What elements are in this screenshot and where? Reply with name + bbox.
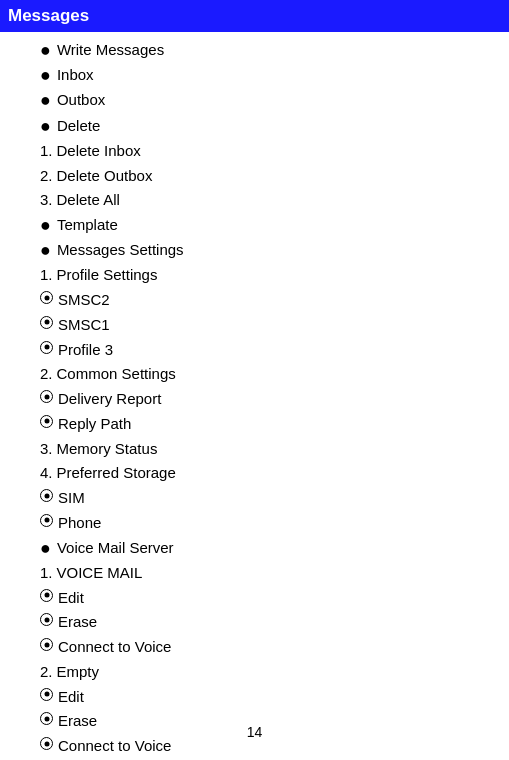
list-item: SMSC2	[40, 288, 489, 313]
list-item: Connect to Voice	[40, 635, 489, 660]
item-number: 3.	[40, 437, 53, 462]
list-item: 2.Empty	[40, 660, 489, 685]
list-item: ●Delete	[40, 114, 489, 139]
item-text: Template	[57, 213, 118, 238]
bullet-icon: ●	[40, 114, 51, 139]
item-text: Delete Inbox	[57, 139, 141, 164]
item-text: Connect to Voice	[58, 635, 171, 660]
list-item: ●Outbox	[40, 88, 489, 113]
list-item: Edit	[40, 685, 489, 710]
item-text: Delete All	[57, 188, 120, 213]
footer: 14	[0, 724, 509, 740]
item-text: Voice Mail Server	[57, 536, 174, 561]
radio-icon	[40, 415, 53, 428]
item-text: Messages Settings	[57, 238, 184, 263]
list-item: Phone	[40, 511, 489, 536]
list-item: SIM	[40, 486, 489, 511]
item-text: SIM	[58, 486, 85, 511]
item-text: SMSC1	[58, 313, 110, 338]
item-text: Profile 3	[58, 338, 113, 363]
radio-icon	[40, 341, 53, 354]
header: Messages	[0, 0, 509, 32]
radio-icon	[40, 316, 53, 329]
item-text: Reply Path	[58, 412, 131, 437]
list-item: 3.Delete All	[40, 188, 489, 213]
list-item: Profile 3	[40, 338, 489, 363]
item-text: Phone	[58, 511, 101, 536]
item-text: Outbox	[57, 88, 105, 113]
list-item: ●Write Messages	[40, 38, 489, 63]
item-text: Edit	[58, 685, 84, 710]
list-item: 2.Delete Outbox	[40, 164, 489, 189]
list-item: ●Voice Mail Server	[40, 536, 489, 561]
page-number: 14	[247, 724, 263, 740]
item-number: 2.	[40, 362, 53, 387]
radio-icon	[40, 688, 53, 701]
item-text: Delivery Report	[58, 387, 161, 412]
list-item: ●Template	[40, 213, 489, 238]
radio-icon	[40, 390, 53, 403]
bullet-icon: ●	[40, 536, 51, 561]
item-text: Write Messages	[57, 38, 164, 63]
bullet-icon: ●	[40, 238, 51, 263]
item-text: Memory Status	[57, 437, 158, 462]
item-text: Delete	[57, 114, 100, 139]
content-area: ●Write Messages●Inbox●Outbox●Delete1.Del…	[0, 32, 509, 760]
list-item: 3.Memory Status	[40, 437, 489, 462]
item-text: Empty	[57, 660, 100, 685]
list-item: Delivery Report	[40, 387, 489, 412]
radio-icon	[40, 489, 53, 502]
item-number: 2.	[40, 164, 53, 189]
item-number: 4.	[40, 461, 53, 486]
item-text: Inbox	[57, 63, 94, 88]
list-item: SMSC1	[40, 313, 489, 338]
list-item: 2.Common Settings	[40, 362, 489, 387]
radio-icon	[40, 638, 53, 651]
list-item: Edit	[40, 586, 489, 611]
radio-icon	[40, 291, 53, 304]
list-item: 1.Delete Inbox	[40, 139, 489, 164]
item-text: SMSC2	[58, 288, 110, 313]
list-item: ●Messages Settings	[40, 238, 489, 263]
bullet-icon: ●	[40, 38, 51, 63]
header-title: Messages	[8, 6, 89, 26]
radio-icon	[40, 514, 53, 527]
item-text: Delete Outbox	[57, 164, 153, 189]
list-item: ●Inbox	[40, 63, 489, 88]
list-item: Erase	[40, 610, 489, 635]
item-number: 2.	[40, 660, 53, 685]
radio-icon	[40, 589, 53, 602]
item-text: Erase	[58, 610, 97, 635]
list-item: 1.VOICE MAIL	[40, 561, 489, 586]
bullet-icon: ●	[40, 63, 51, 88]
item-number: 1.	[40, 263, 53, 288]
bullet-icon: ●	[40, 88, 51, 113]
item-number: 3.	[40, 188, 53, 213]
list-item: 4.Preferred Storage	[40, 461, 489, 486]
list-item: 1.Profile Settings	[40, 263, 489, 288]
item-text: VOICE MAIL	[57, 561, 143, 586]
item-text: Edit	[58, 586, 84, 611]
item-text: Preferred Storage	[57, 461, 176, 486]
item-number: 1.	[40, 139, 53, 164]
item-text: Common Settings	[57, 362, 176, 387]
bullet-icon: ●	[40, 213, 51, 238]
radio-icon	[40, 613, 53, 626]
item-text: Profile Settings	[57, 263, 158, 288]
list-item: Reply Path	[40, 412, 489, 437]
item-number: 1.	[40, 561, 53, 586]
